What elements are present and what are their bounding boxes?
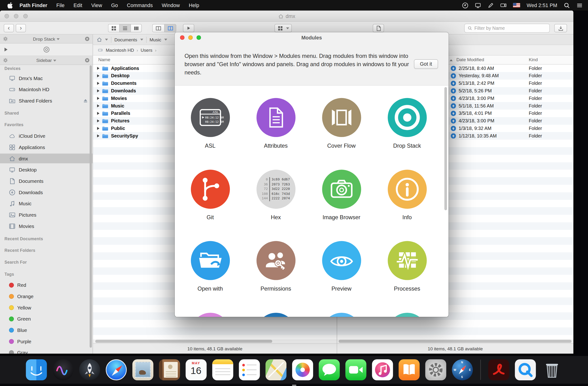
disclosure-triangle-icon[interactable] [97,127,100,130]
sidebar-tag-yellow[interactable]: Yellow [9,303,90,312]
module-hex[interactable]: 0 36 72 108 144 3c69 6d67 2073 7263 3d22… [243,170,309,241]
download-toolbar-button[interactable] [554,24,567,32]
filter-field[interactable]: Filter by Name [464,24,550,33]
disclosure-triangle-icon[interactable] [97,112,100,115]
module-processes[interactable]: Processes [374,241,440,313]
notes-icon[interactable] [212,359,233,380]
location-menu-icon[interactable] [462,2,469,8]
module-cover-flow[interactable]: Cover Flow [309,98,374,170]
messages-icon[interactable] [318,359,339,380]
drop-stack-target-icon[interactable] [43,46,50,53]
mail-icon[interactable] [132,359,153,380]
back-button[interactable]: ‹ [4,24,14,32]
photos-icon[interactable] [292,359,313,380]
display-menu-icon[interactable] [475,2,481,8]
sidebar-item-downloads[interactable]: Downloads [9,187,90,197]
play-icon[interactable] [4,48,8,51]
path-segment-music[interactable]: Music [150,37,167,42]
name-column-header[interactable]: Name [98,57,110,62]
itunes-icon[interactable] [372,359,393,380]
system-preferences-icon[interactable] [425,359,446,380]
drop-stack-close-icon[interactable] [85,36,90,41]
sidebar-tag-red[interactable]: Red [9,280,90,290]
safari-icon[interactable] [105,359,126,380]
module-partial-1[interactable] [177,313,243,317]
acrobat-icon[interactable] [488,359,509,380]
sidebar-item-desktop[interactable]: Desktop [9,165,90,175]
disclosure-triangle-icon[interactable] [97,67,100,70]
module-open-with[interactable]: Open with [177,241,243,313]
module-attributes[interactable]: Attributes [243,98,309,170]
disclosure-triangle-icon[interactable] [97,82,100,85]
app-menu-title[interactable]: Path Finder [20,2,47,8]
disclosure-triangle-icon[interactable] [97,135,100,137]
sidebar-item-movies[interactable]: Movies [9,221,90,231]
menu-file[interactable]: File [56,2,65,8]
sidebar-item-shared-folders[interactable]: Shared Folders [9,96,90,105]
kind-column-header[interactable]: Kind [529,57,538,62]
menu-edit[interactable]: Edit [74,2,82,8]
sidebar-tag-purple[interactable]: Purple [9,336,90,346]
date-modified-column-header[interactable]: Date Modified [456,57,484,62]
module-permissions[interactable]: Permissions [243,241,309,313]
module-drop-stack[interactable]: Drop Stack [374,98,440,170]
module-partial-2[interactable] [243,313,309,317]
calendar-icon[interactable]: MAY 16 [186,359,207,380]
menu-view[interactable]: View [91,2,102,8]
eject-icon[interactable] [83,98,88,103]
horizontal-scrollbar[interactable] [337,340,573,343]
sidebar-tag-blue[interactable]: Blue [9,325,90,335]
trash-icon[interactable] [541,359,562,380]
module-asl[interactable]: ASL 08:24:12 AM 08:24:12 AM ASL [177,98,243,170]
breadcrumb-users[interactable]: Users [141,47,152,53]
dual-pane-button[interactable] [164,24,176,32]
path-finder-icon[interactable]: N W E S [452,359,473,380]
module-preview[interactable]: Preview [309,241,374,313]
disclosure-triangle-icon[interactable] [97,119,100,122]
sidebar-item-pictures[interactable]: Pictures [9,210,90,219]
menu-commands[interactable]: Commands [127,2,153,8]
drop-stack-gear-icon[interactable] [3,36,8,41]
sidebar-item-documents[interactable]: Documents [9,176,90,186]
menu-go[interactable]: Go [111,2,118,8]
module-partial-3[interactable] [309,313,374,317]
path-home-dropdown[interactable] [97,37,108,42]
sidebar-header[interactable]: Sidebar [0,56,93,65]
sidebar-tag-orange[interactable]: Orange [9,291,90,301]
sidebar-item-dmxs-mac[interactable]: Dmx's Mac [9,73,90,83]
sidebar-gear-icon[interactable] [3,58,8,63]
sidebar-close-icon[interactable] [85,58,90,63]
ibooks-icon[interactable] [399,359,420,380]
drop-stack-target-row[interactable] [0,44,93,56]
recent-documents-header[interactable]: Recent Documents [4,236,43,241]
sidebar-scrollbar[interactable] [90,66,92,348]
sidebar-item-dmx[interactable]: dmx [9,154,90,163]
column-view-button[interactable] [130,24,142,32]
sidebar-item-macintosh-hd[interactable]: Macintosh HD [9,85,90,94]
contacts-icon[interactable] [159,359,180,380]
dialog-titlebar[interactable]: Modules [175,32,449,43]
facetime-icon[interactable] [345,359,366,380]
list-view-button[interactable] [119,24,130,32]
drop-stack-header[interactable]: Drop Stack [0,34,93,44]
document-toolbar-button[interactable] [373,24,384,32]
devices-menu-icon[interactable] [501,2,507,8]
reminders-icon[interactable] [239,359,260,380]
got-it-button[interactable]: Got it [414,59,438,69]
module-image-browser[interactable]: Image Browser [309,170,374,241]
apple-menu-icon[interactable] [8,2,13,8]
recent-folders-header[interactable]: Recent Folders [4,248,35,253]
siri-icon[interactable] [52,359,73,380]
single-pane-button[interactable] [152,24,164,32]
menu-window[interactable]: Window [162,2,180,8]
search-for-header[interactable]: Search For [4,260,27,264]
menu-help[interactable]: Help [189,2,199,8]
sidebar-tag-green[interactable]: Green [9,314,90,324]
finder-icon[interactable] [26,359,47,380]
quicktime-icon[interactable] [515,359,536,380]
input-source-flag-icon[interactable] [513,3,520,8]
scrollbar-thumb[interactable] [95,340,272,343]
module-info[interactable]: Info [374,170,440,241]
horizontal-scrollbar[interactable] [93,340,337,343]
dialog-scrollbar[interactable] [444,87,447,210]
